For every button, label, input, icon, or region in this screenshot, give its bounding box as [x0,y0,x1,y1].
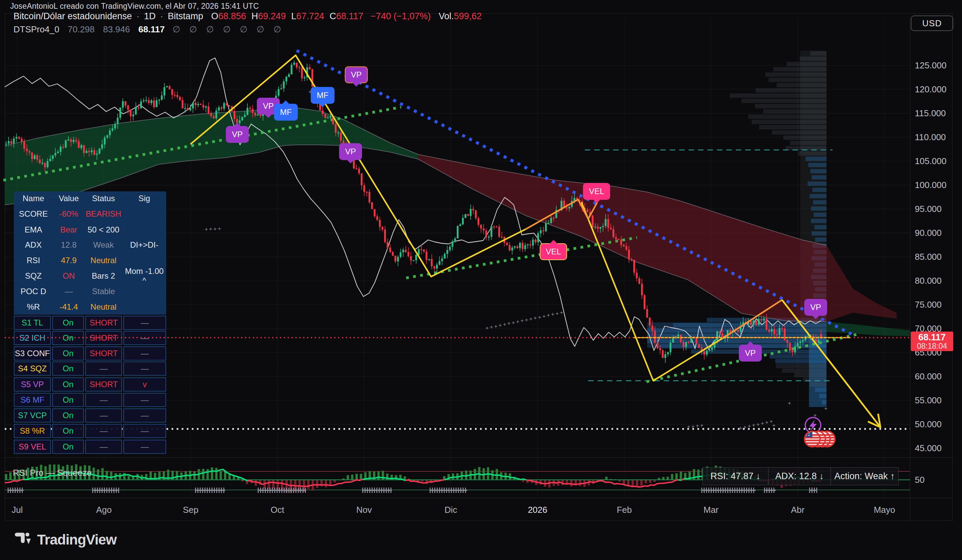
vp-signal-badge[interactable]: VP [345,66,368,83]
strategy-row-s8r[interactable]: S8 %ROn—— [14,424,166,438]
price-tick-label: 85.000 [915,252,942,262]
red-cloud [418,154,826,322]
svg-text:+: + [485,325,489,331]
table-cell: DI+>DI- [123,240,166,250]
rsi-status-box: RSI: 47.87 ↓ [702,467,768,485]
table-cell: SQZ [14,271,53,281]
table-cell: — [85,424,122,438]
svg-text:+: + [739,425,742,431]
month-label[interactable]: Abr [791,505,805,515]
table-cell: BEARISH [85,209,123,219]
table-cell: On [52,346,84,360]
svg-text:+: + [756,421,760,428]
rsi-pane-title[interactable]: RSI Pro — Squeeze [13,468,92,478]
svg-text:+: + [218,226,221,232]
month-label[interactable]: Feb [617,505,632,515]
table-cell: %R [14,302,53,311]
strategy-row-s4sqz[interactable]: S4 SQZOn—— [14,361,166,376]
exchange-label[interactable]: Bitstamp [168,11,203,21]
table-cell: Sig [123,194,166,203]
month-label[interactable]: Mayo [874,505,895,515]
table-cell: On [52,440,84,454]
month-label[interactable]: Jul [11,505,23,515]
month-label[interactable]: Mar [704,505,718,515]
svg-text:+: + [752,422,755,428]
svg-text:+: + [696,423,699,429]
svg-text:+: + [560,309,563,316]
strategy-row-s5vp[interactable]: S5 VPOnSHORTv [14,378,166,392]
table-cell: — [123,408,166,423]
svg-text:+: + [209,226,212,232]
ohlc-letter: H [252,11,258,21]
table-cell: — [85,361,122,376]
strategy-row-s9vel[interactable]: S9 VELOn—— [14,440,166,454]
strategy-row-s7vcp[interactable]: S7 VCPOn—— [14,408,166,423]
mf-signal-badge[interactable]: MF [311,87,335,104]
table-cell: SCORE [14,209,53,219]
indicator-name[interactable]: DTSPro4_0 [13,24,59,34]
table-cell: Value [53,194,85,203]
svg-text:+: + [555,310,559,317]
indicator-value-3: 68.117 [139,24,165,34]
svg-text:+: + [700,422,704,429]
month-label[interactable]: Oct [271,505,284,515]
strategy-row-s6mf[interactable]: S6 MFOn—— [14,393,166,407]
svg-text:+: + [507,320,511,326]
svg-text:+: + [824,405,828,412]
svg-text:+: + [747,423,751,429]
vp-signal-badge[interactable]: VP [226,126,249,143]
vp-signal-badge[interactable]: VP [804,299,827,316]
svg-text:+: + [503,321,506,328]
price-tick-label: 115.000 [915,108,946,118]
month-label[interactable]: Ago [96,505,111,515]
table-cell: Mom -1.00 ^ [123,266,166,286]
currency-toggle-button[interactable]: USD [911,16,953,31]
table-cell: 47.9 [53,256,85,265]
table-row-ema: EMABear50 < 200 [14,224,166,236]
vel-signal-badge[interactable]: VEL [540,243,567,260]
table-cell: — [85,408,122,423]
table-cell: On [52,316,84,330]
symbol-legend[interactable]: Bitcoin/Dólar estadounidense · 1D · Bits… [13,11,482,21]
table-cell: ON [53,271,85,281]
price-tick-label: 60.000 [915,371,942,381]
table-cell: On [52,408,84,423]
indicator-legend[interactable]: DTSPro4_0 70.298 83.946 68.117 ∅ ∅ ∅ ∅ ∅… [13,24,284,35]
strategy-row-s1tl[interactable]: S1 TLOnSHORT— [14,316,166,330]
lightning-bolt [809,420,817,431]
status-boxes: RSI: 47.87 ↓ ADX: 12.8 ↓ Action: Weak ↑ [703,467,899,485]
strategy-row-s2ich[interactable]: S2 ICHOnSHORT— [14,331,166,345]
table-cell: 12.8 [53,240,85,250]
table-cell: Name [14,194,53,203]
table-cell: SHORT [85,316,122,330]
indicator-empty-values: ∅ ∅ ∅ ∅ ∅ ∅ ∅ [173,24,284,34]
svg-text:+: + [213,226,217,232]
month-label[interactable]: 2026 [528,505,547,515]
vp-signal-badge[interactable]: VP [739,345,762,361]
strategy-row-s3conf[interactable]: S3 CONFOnSHORT— [14,346,166,360]
svg-text:+: + [547,312,550,318]
interval-label[interactable]: 1D [144,11,156,21]
time-axis: JulAgoSepOctNovDic2026FebMarAbrMayo [11,505,895,515]
current-price-flag: 68.117 08:18:04 [911,332,953,351]
vp-signal-badge[interactable]: VP [339,143,362,160]
month-label[interactable]: Nov [356,505,372,515]
chart-icons [804,418,835,447]
svg-text:+: + [761,420,764,426]
mf-signal-badge[interactable]: MF [274,104,298,121]
month-label[interactable]: Dic [445,505,457,515]
svg-text:+: + [743,424,747,430]
svg-text:+: + [494,323,497,329]
table-cell: — [123,331,166,345]
tradingview-logo[interactable]: TradingView [15,532,117,548]
legend-separator2: · [158,11,165,21]
table-header-row: NameValueStatusSig [14,192,166,205]
symbol-title[interactable]: Bitcoin/Dólar estadounidense [13,11,132,21]
table-cell: S2 ICH [14,331,51,345]
table-cell: RSI [14,256,53,265]
table-cell: S8 %R [14,424,51,438]
vel-signal-badge[interactable]: VEL [583,183,610,200]
price-tick-label: 110.000 [915,132,946,142]
table-row-adx: ADX12.8WeakDI+>DI- [14,239,166,251]
month-label[interactable]: Sep [183,505,198,515]
